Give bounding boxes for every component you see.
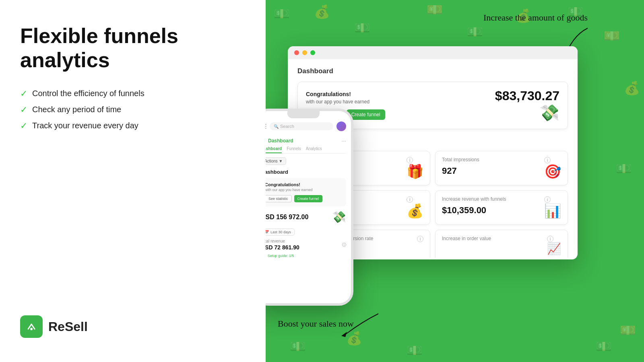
check-icon-3: ✓ (20, 121, 27, 131)
phone-setup-text: Setup guide: 1/5 (268, 254, 294, 258)
svg-marker-2 (341, 332, 347, 337)
left-panel: Flexible funnels analytics ✓ Control the… (0, 0, 266, 362)
deco-money-2: 💰 (314, 4, 330, 19)
stat-value-impressions: 927 (442, 166, 479, 176)
phone-stat-row: Total revenue USD 72 861.90 ⓘ (266, 239, 346, 251)
phone-stat-info: ⓘ (342, 242, 346, 248)
info-icon-order-value[interactable]: i (547, 236, 553, 242)
stat-label-order-value: Increase in order value (442, 236, 491, 241)
phone-header: ☰ 🔍 Search (266, 121, 346, 131)
deco-money-1: 💵 (274, 6, 290, 21)
tab-dashboard[interactable]: Dashboard (266, 146, 282, 153)
brand-name: ReSell (48, 319, 88, 334)
feature-item-2: ✓ Check any period of time (20, 105, 246, 115)
stat-icon-order-value: 📈 (547, 242, 561, 255)
deco-money-8: 💴 (604, 28, 620, 43)
deco-money-11: 💵 (407, 343, 423, 358)
phone-setup-guide: 📋 Setup guide: 1/5 (266, 254, 346, 258)
stat-icon-conversion: 💰 (407, 203, 423, 219)
dot-green (310, 50, 315, 55)
phone-search-bar[interactable]: 🔍 Search (270, 122, 333, 130)
phone-amount-value: USD 156 972.00 (266, 214, 308, 221)
phone-notch (287, 111, 320, 118)
info-icon-impressions[interactable]: i (544, 157, 551, 163)
phone-stat-label: Total revenue (266, 239, 299, 243)
brand-logo: ReSell (20, 315, 246, 338)
mobile-phone: ☰ 🔍 Search ⬆ Dashboard ··· Dashboard Fun… (266, 109, 353, 306)
annotation-arrow-bottom (338, 306, 386, 338)
stat-icon-impressions: 🎯 (544, 163, 561, 179)
check-icon-1: ✓ (20, 88, 27, 99)
amount-icon: 💸 (495, 103, 559, 122)
menu-icon[interactable]: ☰ (266, 123, 266, 130)
congrats-subtitle: with our app you have earned (306, 99, 385, 105)
stat-card-increase-revenue: Increase revenue with funnels $10,359.00… (435, 190, 568, 225)
phone-period-button[interactable]: 📅 Last 30 days (266, 228, 295, 236)
stat-icon-increase-revenue: 📊 (544, 203, 561, 219)
check-icon-2: ✓ (20, 105, 27, 115)
phone-congrats-subtitle: with our app you have earned (266, 188, 342, 192)
phone-stat-value: USD 72 861.90 (266, 244, 299, 251)
feature-item-1: ✓ Control the efficiency of funnels (20, 88, 246, 99)
tab-funnels[interactable]: Funnels (287, 146, 301, 153)
dot-red (294, 50, 299, 55)
phone-nav-label[interactable]: Dashboard (268, 138, 293, 144)
phone-tabs: Dashboard Funnels Analytics (266, 146, 346, 154)
deco-money-4: 💴 (427, 2, 443, 17)
phone-create-button[interactable]: Create funnel (294, 195, 322, 202)
deco-money-12: 💴 (620, 323, 636, 338)
phone-calendar-icon: 📅 (266, 230, 269, 234)
phone-nav-item: ⬆ Dashboard ··· (266, 135, 346, 146)
deco-money-15: 💵 (616, 161, 632, 176)
info-icon-revenue[interactable]: i (407, 157, 413, 163)
stat-label-impressions: Total impressions (442, 157, 479, 162)
svg-point-0 (30, 328, 33, 330)
deco-money-3: 💵 (354, 20, 370, 35)
dashboard-title: Dashboard (297, 67, 568, 75)
info-icon-increase-revenue[interactable]: i (544, 196, 551, 203)
stat-value-increase-revenue: $10,359.00 (442, 205, 506, 216)
phone-section-title: Dashboard (266, 169, 346, 175)
phone-see-button[interactable]: See statistic (266, 195, 292, 202)
congrats-amount: $83,730.27 💸 (495, 88, 559, 122)
avatar[interactable] (336, 121, 346, 131)
stat-label-increase-revenue: Increase revenue with funnels (442, 196, 506, 202)
tab-analytics[interactable]: Analytics (306, 146, 322, 153)
phone-congrats-title: Congratulations! (266, 182, 342, 187)
phone-actions: Actions ▼ (266, 157, 346, 165)
info-icon-top-conversion[interactable]: i (417, 236, 423, 242)
search-icon: 🔍 (274, 124, 279, 129)
deco-money-13: 💵 (596, 339, 612, 354)
congrats-title: Congratulations! (306, 91, 385, 97)
features-list: ✓ Control the efficiency of funnels ✓ Ch… (20, 88, 246, 131)
window-titlebar (288, 46, 578, 59)
stat-card-order-value: Increase in order value i 📈 (435, 230, 568, 258)
phone-congrats: Congratulations! with our app you have e… (266, 178, 346, 206)
actions-button[interactable]: Actions ▼ (266, 157, 286, 165)
brand-icon (20, 315, 43, 338)
phone-congrats-buttons: See statistic Create funnel (266, 195, 342, 202)
feature-item-3: ✓ Track your revenue every day (20, 121, 246, 131)
hero-title: Flexible funnels analytics (20, 24, 246, 72)
deco-money-14: 💰 (624, 80, 640, 96)
deco-money-9: 💵 (290, 339, 306, 354)
dot-yellow (302, 50, 307, 55)
right-panel: 💵 💰 💵 💴 💵 💰 💵 💴 💵 💰 💵 💴 💵 💰 💵 Increase t… (266, 0, 644, 362)
phone-body: ☰ 🔍 Search ⬆ Dashboard ··· Dashboard Fun… (266, 118, 351, 303)
nav-dots[interactable]: ··· (341, 138, 346, 144)
phone-amount-row: USD 156 972.00 💸 (266, 210, 346, 224)
phone-amount-icon: 💸 (332, 210, 346, 224)
stat-icon-revenue: 🎁 (407, 163, 423, 179)
amount-value: $83,730.27 (495, 88, 559, 103)
search-text: Search (280, 124, 294, 129)
info-icon-conversion[interactable]: i (407, 196, 413, 203)
stat-card-impressions: Total impressions 927 i 🎯 (435, 151, 568, 185)
deco-money-5: 💵 (467, 24, 483, 39)
